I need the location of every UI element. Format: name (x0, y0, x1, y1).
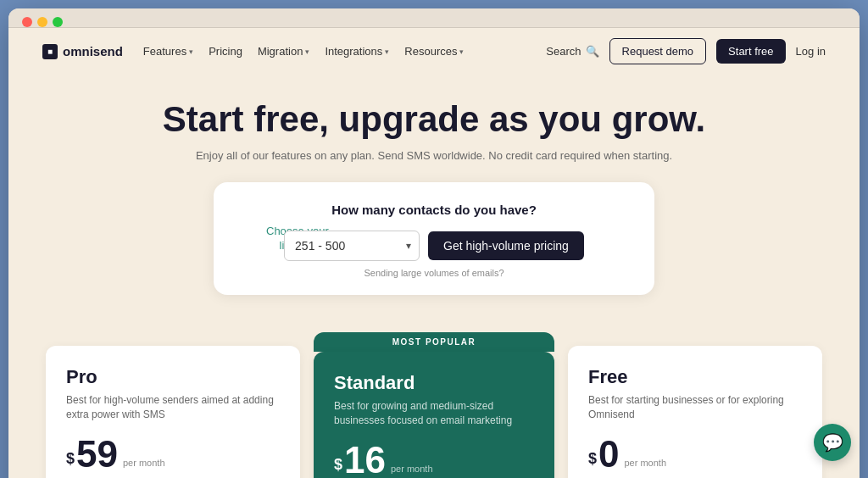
pricing-card-pro: Pro Best for high-volume senders aimed a… (46, 346, 300, 478)
nav-right: Search 🔍 Request demo Start free Log in (546, 38, 826, 64)
price-period-free: per month (625, 453, 667, 473)
pricing-section: Pro Best for high-volume senders aimed a… (8, 332, 860, 478)
nav-integrations[interactable]: Integrations ▾ (325, 45, 389, 58)
browser-window: ■ omnisend Features ▾ Pricing Migration … (8, 8, 860, 478)
search-icon: 🔍 (586, 45, 599, 58)
selector-row: 1 - 250 251 - 500 501 - 1000 1001 - 2500… (241, 231, 627, 261)
featured-wrapper: MOST POPULAR Standard Best for growing a… (307, 332, 561, 478)
request-demo-button[interactable]: Request demo (609, 38, 707, 64)
nav-links: Features ▾ Pricing Migration ▾ Integrati… (143, 45, 526, 58)
volume-hint: Sending large volumes of emails? (241, 268, 627, 278)
logo-text: omnisend (63, 44, 123, 58)
price-dollar-standard: $ (334, 451, 342, 478)
contact-selector: How many contacts do you have? Choose yo… (214, 182, 654, 295)
chevron-down-icon: ▾ (305, 47, 309, 56)
plan-name-free: Free (588, 366, 802, 388)
price-period-pro: per month (123, 453, 165, 473)
contact-select[interactable]: 1 - 250 251 - 500 501 - 1000 1001 - 2500… (284, 231, 420, 261)
nav-resources[interactable]: Resources ▾ (404, 45, 464, 58)
price-amount-free: 0 (598, 436, 619, 473)
logo[interactable]: ■ omnisend (42, 44, 123, 59)
contact-question: How many contacts do you have? (241, 203, 627, 217)
chat-bubble[interactable]: 💬 (814, 424, 851, 461)
chevron-down-icon: ▾ (459, 47, 464, 56)
price-dollar-free: $ (588, 445, 597, 472)
page-content: ■ omnisend Features ▾ Pricing Migration … (8, 28, 860, 478)
price-row-standard: $ 16 per month (334, 442, 534, 478)
minimize-dot[interactable] (37, 17, 47, 27)
plan-name-pro: Pro (66, 366, 280, 388)
logo-icon: ■ (42, 44, 58, 59)
browser-chrome (8, 8, 860, 28)
price-row-free: $ 0 per month (588, 436, 802, 473)
search-button[interactable]: Search 🔍 (546, 45, 598, 58)
price-period-standard: per month (391, 459, 433, 478)
start-free-button[interactable]: Start free (716, 39, 785, 64)
plan-desc-standard: Best for growing and medium-sized busine… (334, 399, 534, 428)
pricing-card-free: Free Best for starting businesses or for… (568, 346, 822, 478)
chat-icon: 💬 (822, 432, 843, 453)
high-volume-button[interactable]: Get high-volume pricing (428, 231, 584, 260)
pricing-card-standard: Standard Best for growing and medium-siz… (314, 352, 554, 478)
most-popular-badge: MOST POPULAR (314, 332, 554, 352)
price-dollar-pro: $ (66, 445, 75, 472)
browser-dots (22, 17, 63, 27)
plan-name-standard: Standard (334, 372, 534, 394)
nav-pricing[interactable]: Pricing (209, 45, 242, 58)
plan-desc-free: Best for starting businesses or for expl… (588, 393, 802, 422)
nav-features[interactable]: Features ▾ (143, 45, 193, 58)
hero-subtext: Enjoy all of our features on any plan. S… (25, 149, 843, 162)
chevron-down-icon: ▾ (189, 47, 193, 56)
price-amount-standard: 16 (344, 442, 386, 478)
navbar: ■ omnisend Features ▾ Pricing Migration … (8, 28, 860, 75)
price-amount-pro: 59 (76, 436, 118, 473)
hero-headline: Start free, upgrade as you grow. (25, 100, 843, 139)
price-row-pro: $ 59 per month (66, 436, 280, 473)
chevron-down-icon: ▾ (385, 47, 389, 56)
select-wrapper: 1 - 250 251 - 500 501 - 1000 1001 - 2500… (284, 231, 420, 261)
login-button[interactable]: Log in (796, 45, 826, 58)
nav-migration[interactable]: Migration ▾ (258, 45, 309, 58)
hero-section: Start free, upgrade as you grow. Enjoy a… (8, 75, 860, 332)
maximize-dot[interactable] (53, 17, 63, 27)
close-dot[interactable] (22, 17, 32, 27)
plan-desc-pro: Best for high-volume senders aimed at ad… (66, 393, 280, 422)
